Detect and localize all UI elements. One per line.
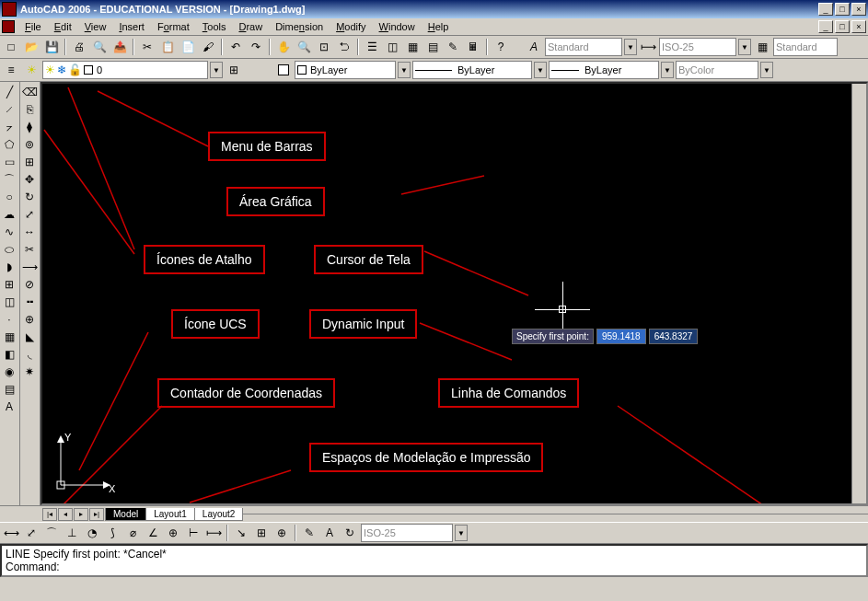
tab-nav-last[interactable]: ▸| <box>89 508 104 521</box>
tab-nav-first[interactable]: |◂ <box>42 508 57 521</box>
drawing-area[interactable]: Menu de Barras Área Gráfica Ícones de At… <box>41 82 868 505</box>
quickcalc-button[interactable]: 🖩 <box>464 38 482 56</box>
match-properties-button[interactable]: 🖌 <box>199 38 217 56</box>
menu-tools[interactable]: Tools <box>196 19 233 34</box>
table-style-combo[interactable]: Standard <box>773 38 838 56</box>
menu-edit[interactable]: Edit <box>48 19 78 34</box>
menu-insert[interactable]: Insert <box>112 19 151 34</box>
publish-button[interactable]: 📤 <box>110 38 129 56</box>
dim-text-edit-button[interactable]: A <box>320 524 339 542</box>
extend-button[interactable]: ⟶ <box>21 259 38 275</box>
mdi-close-button[interactable]: × <box>851 20 866 33</box>
explode-button[interactable]: ✷ <box>21 364 38 380</box>
plotstyle-combo[interactable]: ByColor <box>676 61 758 79</box>
dim-ordinate-button[interactable]: ⊥ <box>63 524 81 542</box>
tolerance-button[interactable]: ⊞ <box>252 524 271 542</box>
make-block-button[interactable]: ◫ <box>1 294 17 310</box>
design-center-button[interactable]: ◫ <box>383 38 401 56</box>
menu-draw[interactable]: Draw <box>232 19 269 34</box>
break-button[interactable]: ╍ <box>21 294 38 310</box>
mdi-minimize-button[interactable]: _ <box>818 20 833 33</box>
color-dropdown[interactable]: ▼ <box>398 62 411 78</box>
dim-radius-button[interactable]: ◔ <box>83 524 101 542</box>
tab-nav-next[interactable]: ▸ <box>74 508 88 521</box>
table-button[interactable]: ▤ <box>1 381 17 398</box>
ellipse-button[interactable]: ⬭ <box>1 241 17 258</box>
quick-leader-button[interactable]: ↘ <box>232 524 250 542</box>
menu-format[interactable]: Format <box>151 19 196 34</box>
copy-button[interactable]: 📋 <box>158 38 177 56</box>
color-combo[interactable]: ByLayer <box>295 61 396 79</box>
new-button[interactable]: □ <box>2 38 20 56</box>
close-button[interactable]: × <box>851 3 866 16</box>
chamfer-button[interactable]: ◣ <box>21 329 38 345</box>
insert-block-button[interactable]: ⊞ <box>1 276 17 293</box>
zoom-previous-button[interactable]: ⮌ <box>335 38 353 56</box>
spline-button[interactable]: ∿ <box>1 224 17 240</box>
tool-palettes-button[interactable]: ▦ <box>403 38 422 56</box>
bottom-dim-style-combo[interactable]: ISO-25 <box>361 524 453 542</box>
revcloud-button[interactable]: ☁ <box>1 206 17 223</box>
copy-object-button[interactable]: ⎘ <box>21 101 38 118</box>
tab-nav-prev[interactable]: ◂ <box>58 508 73 521</box>
menu-help[interactable]: Help <box>422 19 456 34</box>
rectangle-button[interactable]: ▭ <box>1 154 17 170</box>
dim-linear-button[interactable]: ⟷ <box>2 524 20 542</box>
help-button[interactable]: ? <box>492 38 510 56</box>
plotstyle-dropdown[interactable]: ▼ <box>760 62 773 78</box>
paste-button[interactable]: 📄 <box>179 38 197 56</box>
quick-dim-button[interactable]: ⊕ <box>164 524 182 542</box>
trim-button[interactable]: ✂ <box>21 241 38 258</box>
erase-button[interactable]: ⌫ <box>21 84 38 100</box>
properties-button[interactable]: ☰ <box>363 38 381 56</box>
markup-button[interactable]: ✎ <box>444 38 462 56</box>
mtext-button[interactable]: A <box>1 399 17 415</box>
layer-combo[interactable]: ☀ ❄ 🔓 0 <box>42 61 208 79</box>
region-button[interactable]: ◉ <box>1 364 17 380</box>
dim-jogged-button[interactable]: ⟆ <box>103 524 122 542</box>
plot-preview-button[interactable]: 🔍 <box>90 38 109 56</box>
hatch-button[interactable]: ▦ <box>1 329 17 345</box>
layer-previous-button[interactable]: ☀ <box>22 61 41 79</box>
polyline-button[interactable]: ⦢ <box>1 119 17 135</box>
maximize-button[interactable]: □ <box>835 3 850 16</box>
ellipse-arc-button[interactable]: ◗ <box>1 259 17 275</box>
dim-style-combo[interactable]: ISO-25 <box>659 38 736 56</box>
dim-edit-button[interactable]: ✎ <box>300 524 318 542</box>
menu-dimension[interactable]: Dimension <box>269 19 330 34</box>
polygon-button[interactable]: ⬠ <box>1 136 17 153</box>
stretch-button[interactable]: ↔ <box>21 224 38 240</box>
menu-modify[interactable]: Modify <box>330 19 372 34</box>
mirror-button[interactable]: ⧫ <box>21 119 38 135</box>
fillet-button[interactable]: ◟ <box>21 346 38 363</box>
move-button[interactable]: ✥ <box>21 171 38 188</box>
line-button[interactable]: ╱ <box>1 84 17 100</box>
layout-tab-layout2[interactable]: Layout2 <box>194 508 244 521</box>
open-button[interactable]: 📂 <box>22 38 41 56</box>
dynamic-input-y[interactable]: 643.8327 <box>649 329 699 344</box>
linetype-combo[interactable]: ByLayer <box>412 61 532 79</box>
break-at-point-button[interactable]: ⊘ <box>21 276 38 293</box>
lineweight-dropdown[interactable]: ▼ <box>661 62 674 78</box>
dim-continue-button[interactable]: ⟼ <box>204 524 223 542</box>
center-mark-button[interactable]: ⊕ <box>272 524 291 542</box>
pan-button[interactable]: ✋ <box>274 38 293 56</box>
save-button[interactable]: 💾 <box>42 38 61 56</box>
minimize-button[interactable]: _ <box>818 3 833 16</box>
bottom-dim-style-dropdown[interactable]: ▼ <box>455 525 468 541</box>
rotate-button[interactable]: ↻ <box>21 189 38 205</box>
dim-diameter-button[interactable]: ⌀ <box>123 524 142 542</box>
dim-aligned-button[interactable]: ⤢ <box>22 524 41 542</box>
dim-baseline-button[interactable]: ⊢ <box>184 524 203 542</box>
dim-style-dropdown[interactable]: ▼ <box>738 39 751 55</box>
linetype-dropdown[interactable]: ▼ <box>534 62 547 78</box>
zoom-window-button[interactable]: ⊡ <box>315 38 333 56</box>
array-button[interactable]: ⊞ <box>21 154 38 170</box>
scale-button[interactable]: ⤢ <box>21 206 38 223</box>
command-line[interactable]: LINE Specify first point: *Cancel* Comma… <box>0 544 868 577</box>
circle-button[interactable]: ○ <box>1 189 17 205</box>
lineweight-combo[interactable]: ByLayer <box>549 61 659 79</box>
text-style-dropdown[interactable]: ▼ <box>624 39 637 55</box>
mdi-restore-button[interactable]: □ <box>835 20 850 33</box>
text-style-combo[interactable]: Standard <box>545 38 622 56</box>
